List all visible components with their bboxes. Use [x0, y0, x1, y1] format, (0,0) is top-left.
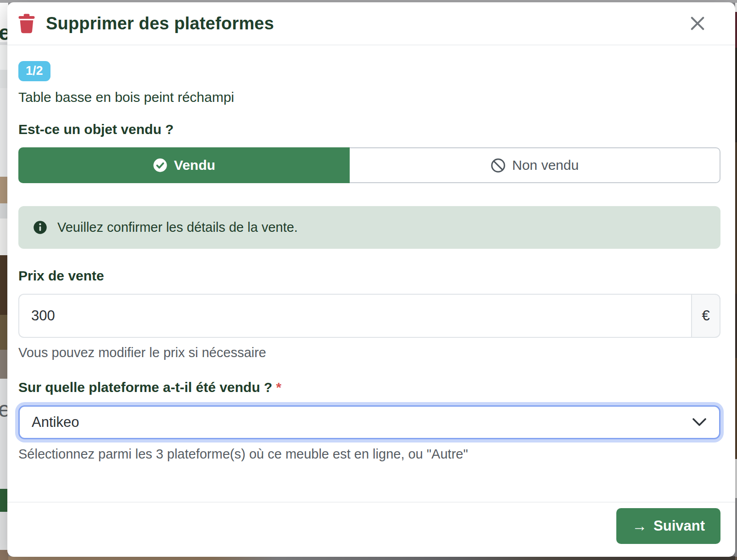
sold-toggle-group: Vendu Non vendu: [18, 147, 720, 183]
not-sold-option-label: Non vendu: [512, 157, 579, 173]
page-background: e e Supprimer des plateformes: [0, 0, 737, 560]
platform-label: Sur quelle plateforme a-t-il été vendu ?…: [18, 380, 720, 395]
alert-text: Veuillez confirmer les détails de la ven…: [57, 220, 298, 235]
background-bottom-strip: [8, 556, 735, 560]
chevron-down-icon: [692, 417, 707, 427]
trash-icon: [17, 13, 36, 34]
sold-option-label: Vendu: [174, 157, 215, 173]
ban-icon: [491, 158, 506, 173]
price-helper-text: Vous pouvez modifier le prix si nécessai…: [18, 345, 720, 360]
modal-title: Supprimer des plateformes: [46, 14, 274, 34]
step-badge: 1/2: [18, 61, 50, 81]
platform-select-value: Antikeo: [32, 414, 79, 431]
arrow-right-icon: →: [632, 517, 647, 535]
platform-select[interactable]: Antikeo: [18, 405, 720, 439]
close-button[interactable]: [687, 13, 708, 34]
platform-helper-text: Sélectionnez parmi les 3 plateforme(s) o…: [18, 447, 720, 462]
check-circle-icon: [153, 158, 168, 173]
info-icon: [33, 220, 47, 235]
next-button-label: Suivant: [653, 518, 705, 534]
platform-label-text: Sur quelle plateforme a-t-il été vendu ?: [18, 380, 272, 395]
background-right-sliver: [735, 0, 737, 560]
price-input[interactable]: [18, 294, 691, 338]
next-button[interactable]: → Suivant: [616, 508, 720, 544]
price-label: Prix de vente: [18, 268, 720, 284]
modal-body: 1/2 Table basse en bois peint réchampi E…: [7, 45, 735, 462]
price-input-group: €: [18, 294, 720, 338]
not-sold-option-button[interactable]: Non vendu: [350, 147, 720, 183]
confirm-sale-alert: Veuillez confirmer les détails de la ven…: [18, 206, 720, 249]
close-icon: [688, 14, 707, 33]
sold-question-label: Est-ce un objet vendu ?: [18, 122, 720, 137]
required-marker: *: [276, 380, 281, 395]
modal-header: Supprimer des plateformes: [7, 2, 735, 45]
modal-footer: → Suivant: [7, 502, 735, 557]
product-title: Table basse en bois peint réchampi: [18, 90, 720, 105]
delete-platforms-modal: Supprimer des plateformes 1/2 Table bass…: [7, 2, 735, 557]
currency-addon: €: [691, 294, 720, 338]
sold-option-button[interactable]: Vendu: [18, 147, 350, 183]
